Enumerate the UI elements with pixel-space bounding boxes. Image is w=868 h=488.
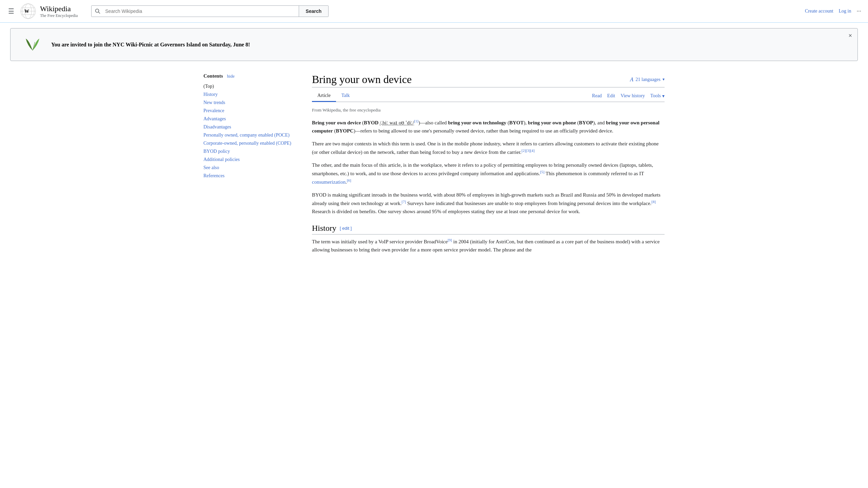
logo-title: Wikipedia	[40, 4, 78, 13]
svg-line-8	[99, 12, 100, 14]
logo-subtitle: The Free Encyclopedia	[40, 13, 78, 18]
from-wiki-text: From Wikipedia, the free encyclopedia	[312, 107, 665, 113]
tools-chevron-icon: ▾	[662, 93, 665, 99]
consumerization-link[interactable]: consumerization	[312, 179, 346, 185]
svg-text:W: W	[24, 9, 29, 14]
toc-item-advantages[interactable]: Advantages	[203, 116, 292, 122]
ref-8[interactable]: [8]	[651, 200, 656, 204]
toc-item-top[interactable]: (Top)	[203, 83, 292, 90]
history-edit-link[interactable]: [ edit ]	[340, 226, 352, 231]
ref-7[interactable]: [7]	[402, 200, 406, 204]
toc-list: (Top) History New trends Prevalence Adva…	[203, 83, 292, 179]
hamburger-menu-icon[interactable]: ☰	[7, 6, 16, 17]
toc-item-references[interactable]: References	[203, 172, 292, 179]
toc-item-byod-policy[interactable]: BYOD policy	[203, 148, 292, 155]
translate-icon: 𝐴	[630, 76, 634, 83]
tools-label: Tools	[650, 93, 661, 99]
toc-item-poce[interactable]: Personally owned, company enabled (POCE)	[203, 132, 292, 139]
toc-item-disadvantages[interactable]: Disadvantages	[203, 124, 292, 130]
search-input[interactable]	[104, 6, 298, 17]
list-item: Prevalence	[203, 107, 292, 114]
list-item: (Top)	[203, 83, 292, 90]
tab-article[interactable]: Article	[312, 90, 336, 102]
list-item: Disadvantages	[203, 124, 292, 130]
ref-9[interactable]: [9]	[448, 238, 452, 242]
tab-read[interactable]: Read	[592, 93, 602, 99]
logo-container[interactable]: W Wikipedia The Free Encyclopedia	[20, 3, 78, 20]
toc-item-see-also[interactable]: See also	[203, 164, 292, 171]
intro-paragraph-1: Bring your own device (BYOD /ˌbiː waɪ oʊ…	[312, 118, 665, 135]
list-item: Personally owned, company enabled (POCE)	[203, 132, 292, 139]
wikimedia-leaf-icon	[21, 35, 44, 54]
toc-item-new-trends[interactable]: New trends	[203, 99, 292, 106]
toc-item-cope[interactable]: Corporate-owned, personally enabled (COP…	[203, 140, 292, 147]
lang-count: 21 languages	[636, 77, 660, 82]
list-item: References	[203, 172, 292, 179]
tab-talk[interactable]: Talk	[336, 90, 355, 102]
wikipedia-globe-icon: W	[20, 3, 37, 20]
tab-edit[interactable]: Edit	[607, 93, 615, 99]
intro-paragraph-4: BYOD is making significant inroads in th…	[312, 191, 665, 216]
list-item: Advantages	[203, 116, 292, 122]
create-account-link[interactable]: Create account	[805, 8, 833, 14]
history-heading-text: History	[312, 224, 336, 233]
header-right: Create account Log in ···	[805, 8, 861, 15]
list-item: New trends	[203, 99, 292, 106]
article-title: Bring your own device	[312, 73, 412, 86]
tools-dropdown[interactable]: Tools ▾	[650, 93, 665, 99]
ref-1[interactable]: [1]	[414, 119, 418, 123]
article-tabs-bar: Article Talk Read Edit View history Tool…	[312, 90, 665, 102]
language-selector[interactable]: 𝐴 21 languages ▾	[630, 76, 665, 83]
history-section-heading: History [ edit ]	[312, 224, 665, 235]
search-button[interactable]: Search	[299, 6, 329, 17]
main-container: Contents hide (Top) History New trends P…	[197, 66, 671, 265]
toc-title: Contents	[203, 73, 223, 79]
chevron-down-icon: ▾	[663, 77, 665, 82]
intro-paragraph-3: The other, and the main focus of this ar…	[312, 161, 665, 186]
article-title-row: Bring your own device 𝐴 21 languages ▾	[312, 73, 665, 87]
history-paragraph-1: The term was initially used by a VoIP se…	[312, 237, 665, 254]
tab-view-history[interactable]: View history	[620, 93, 645, 99]
ref-234[interactable]: [2][3][4]	[521, 148, 534, 152]
article-main: Bring your own device 𝐴 21 languages ▾ A…	[298, 66, 665, 265]
toc-header: Contents hide	[203, 73, 292, 79]
table-of-contents: Contents hide (Top) History New trends P…	[203, 66, 298, 265]
tabs-right: Read Edit View history Tools ▾	[592, 93, 665, 99]
toc-item-history[interactable]: History	[203, 91, 292, 98]
list-item: Additional policies	[203, 156, 292, 163]
article-body: Bring your own device (BYOD /ˌbiː waɪ oʊ…	[312, 118, 665, 254]
toc-item-additional-policies[interactable]: Additional policies	[203, 156, 292, 163]
search-icon	[92, 6, 104, 17]
list-item: History	[203, 91, 292, 98]
list-item: BYOD policy	[203, 148, 292, 155]
toc-item-prevalence[interactable]: Prevalence	[203, 107, 292, 114]
site-header: ☰ W Wikipedia The Free Encyclopedia	[0, 0, 868, 23]
login-link[interactable]: Log in	[839, 8, 851, 14]
list-item: Corporate-owned, personally enabled (COP…	[203, 140, 292, 147]
intro-paragraph-2: There are two major contexts in which th…	[312, 140, 665, 156]
banner-text: You are invited to join the NYC Wiki-Pic…	[51, 42, 250, 48]
header-left: ☰ W Wikipedia The Free Encyclopedia	[7, 3, 78, 20]
toc-hide-button[interactable]: hide	[227, 74, 235, 79]
logo-text: Wikipedia The Free Encyclopedia	[40, 4, 78, 18]
event-banner: You are invited to join the NYC Wiki-Pic…	[10, 28, 858, 61]
more-options-icon[interactable]: ···	[857, 8, 862, 15]
list-item: See also	[203, 164, 292, 171]
tabs-left: Article Talk	[312, 90, 355, 102]
banner-close-button[interactable]: ×	[848, 33, 852, 39]
search-form: Search	[91, 5, 329, 17]
ref-5[interactable]: [5]	[540, 170, 545, 174]
ref-6[interactable]: [6]	[347, 178, 351, 182]
